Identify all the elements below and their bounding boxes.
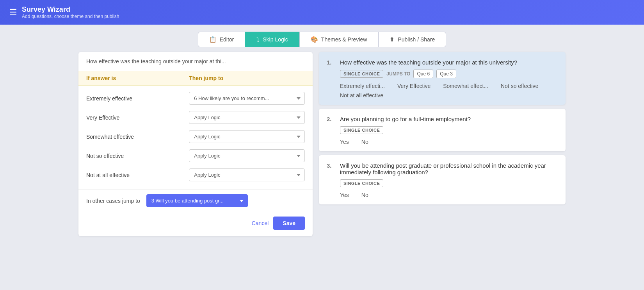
logic-table-header: If answer is Then jump to [78,71,313,86]
question-header-3: 3. Will you be attending post graduate o… [327,162,558,175]
answer-label-3: Not so effective [86,153,183,159]
questions-preview-panel: 1. How effective was the teaching outsid… [319,52,566,236]
logic-row: Somewhat effective Apply Logic 6 How lik… [86,127,305,146]
jump-dropdown-4[interactable]: Apply Logic 6 How likely are you to reco… [189,168,305,181]
answer-label-4: Not at all effective [86,172,183,178]
question-header-2: 2. Are you planning to go for a full-tim… [327,116,558,122]
question-header-1: 1. How effective was the teaching outsid… [327,59,558,66]
app-title: Survey Wizard [22,5,119,14]
logic-row: Extremely effective 6 How likely are you… [86,89,305,108]
panel-question-title: How effective was the teaching outside y… [78,52,313,71]
tab-editor[interactable]: 📋 Editor [198,32,246,47]
col-header-jump: Then jump to [183,75,305,81]
choice-item: Somewhat effect... [443,83,488,89]
choice-item: Yes [340,192,349,198]
question-badges-3: SINGLE CHOICE [340,179,558,187]
question-choices-3: Yes No [340,192,558,198]
question-card-3: 3. Will you be attending post graduate o… [319,155,566,204]
jump-select-3[interactable]: Apply Logic 6 How likely are you to reco… [189,149,305,162]
question-type-badge-2: SINGLE CHOICE [340,126,383,134]
jump-select-0[interactable]: 6 How likely are you to recomm... Apply … [189,92,305,105]
tab-editor-label: Editor [220,36,234,43]
tab-themes-label: Themes & Preview [321,36,367,43]
panel-footer: Cancel Save [78,212,313,236]
question-number-1: 1. [327,59,335,66]
nav-tabs: 📋 Editor ⤵ Skip Logic 🎨 Themes & Preview… [0,25,644,52]
question-inner-2: 2. Are you planning to go for a full-tim… [319,109,566,151]
tab-skip-logic[interactable]: ⤵ Skip Logic [245,32,299,47]
logic-rows: Extremely effective 6 How likely are you… [78,86,313,188]
app-subtitle: Add questions, choose theme and then pub… [22,14,119,19]
choice-item: Not at all effective [340,92,383,98]
question-inner-3: 3. Will you be attending post graduate o… [319,155,566,204]
choice-item: Yes [340,139,349,145]
editor-icon: 📋 [209,36,217,43]
jump-select-1[interactable]: Apply Logic 6 How likely are you to reco… [189,111,305,124]
logic-row: Not at all effective Apply Logic 6 How l… [86,165,305,184]
jump-dropdown-1[interactable]: Apply Logic 6 How likely are you to reco… [189,111,305,124]
question-choices-1: Extremely effecti... Very Effective Some… [340,83,558,98]
question-card-2: 2. Are you planning to go for a full-tim… [319,109,566,151]
choice-item: No [361,139,368,145]
col-header-answer: If answer is [86,75,183,81]
question-type-badge-1: SINGLE CHOICE [340,70,383,78]
jump-target-1a: Que 6 [413,70,433,78]
choice-item: Extremely effecti... [340,83,385,89]
jump-dropdown-0[interactable]: 6 How likely are you to recomm... Apply … [189,92,305,105]
jumps-to-label-1: JUMPS TO [386,71,410,77]
question-inner-1: 1. How effective was the teaching outsid… [319,52,566,105]
choice-item: Very Effective [397,83,431,89]
other-cases-select[interactable]: 3 Will you be attending post gr... Apply… [146,194,248,207]
question-title-3: Will you be attending post graduate or p… [340,162,558,175]
app-logo-icon: ☰ [9,7,17,18]
jump-dropdown-3[interactable]: Apply Logic 6 How likely are you to reco… [189,149,305,162]
themes-icon: 🎨 [311,36,318,43]
tab-skip-logic-label: Skip Logic [263,36,288,43]
question-number-2: 2. [327,116,335,122]
main-content: How effective was the teaching outside y… [72,52,572,242]
choice-item: Not so effective [501,83,538,89]
other-cases-row: In other cases jump to 3 Will you be att… [78,189,313,212]
jump-target-1b: Que 3 [436,70,456,78]
app-header: ☰ Survey Wizard Add questions, choose th… [0,0,644,25]
skip-logic-icon: ⤵ [256,36,260,43]
publish-icon: ⬆ [390,36,395,43]
choice-item: No [361,192,368,198]
question-choices-2: Yes No [340,139,558,145]
question-card-1: 1. How effective was the teaching outsid… [319,52,566,105]
tab-publish-label: Publish / Share [398,36,435,43]
jump-select-4[interactable]: Apply Logic 6 How likely are you to reco… [189,168,305,181]
question-title-1: How effective was the teaching outside y… [340,59,558,66]
jump-select-2[interactable]: Apply Logic 6 How likely are you to reco… [189,130,305,143]
skip-logic-editor-panel: How effective was the teaching outside y… [78,52,313,236]
tab-themes-preview[interactable]: 🎨 Themes & Preview [299,32,378,47]
other-cases-label: In other cases jump to [86,198,140,204]
answer-label-1: Very Effective [86,115,183,121]
tab-publish-share[interactable]: ⬆ Publish / Share [378,32,446,47]
question-type-badge-3: SINGLE CHOICE [340,179,383,187]
answer-label-0: Extremely effective [86,95,183,102]
jump-dropdown-2[interactable]: Apply Logic 6 How likely are you to reco… [189,130,305,143]
other-cases-dropdown[interactable]: 3 Will you be attending post gr... Apply… [146,194,248,207]
app-title-block: Survey Wizard Add questions, choose them… [22,5,119,19]
save-button[interactable]: Save [273,217,305,230]
question-title-2: Are you planning to go for a full-time e… [340,116,558,122]
cancel-button[interactable]: Cancel [252,220,269,226]
question-badges-1: SINGLE CHOICE JUMPS TO Que 6 Que 3 [340,70,558,78]
question-number-3: 3. [327,162,335,169]
answer-label-2: Somewhat effective [86,134,183,140]
logic-row: Not so effective Apply Logic 6 How likel… [86,146,305,165]
question-badges-2: SINGLE CHOICE [340,126,558,134]
logic-row: Very Effective Apply Logic 6 How likely … [86,108,305,127]
